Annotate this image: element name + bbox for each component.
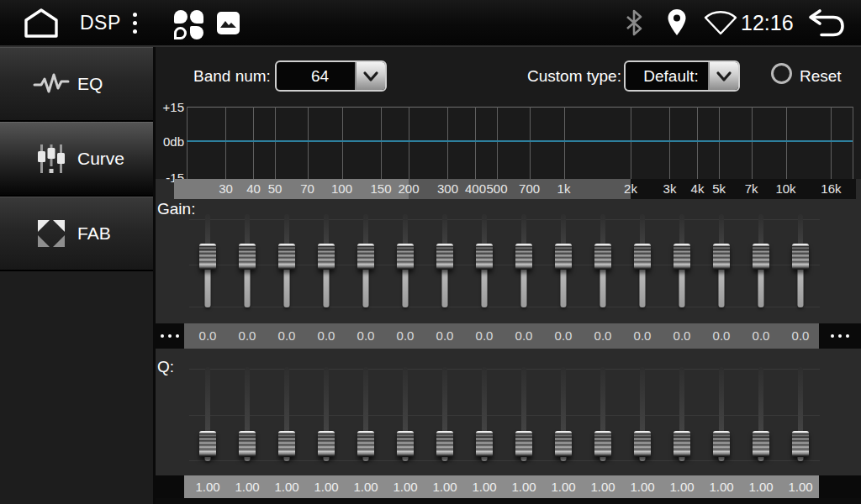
- apps-clover-button[interactable]: [174, 0, 208, 47]
- gain-slider-knob[interactable]: [239, 244, 256, 270]
- freq-tick-label: 70: [300, 179, 314, 199]
- gridline: [381, 107, 382, 179]
- freq-tick-label: 100: [331, 179, 352, 199]
- q-slider-knob[interactable]: [318, 431, 335, 457]
- sliders-icon: [32, 143, 71, 175]
- q-slider-knob[interactable]: [555, 431, 572, 457]
- sidebar-item-fab[interactable]: FAB: [0, 197, 153, 271]
- q-strip-left-cap: [156, 475, 184, 498]
- waveform-icon: [32, 71, 71, 97]
- gain-slider-knob[interactable]: [357, 244, 374, 270]
- status-bar: DSP: [0, 0, 861, 47]
- gain-slider-knob[interactable]: [753, 244, 769, 270]
- band-num-dropdown-button[interactable]: [355, 62, 385, 90]
- gain-slider-knob[interactable]: [555, 244, 572, 270]
- y-axis-label-plus15: +15: [156, 100, 184, 114]
- q-slider-knob[interactable]: [515, 431, 532, 457]
- band-num-label: Band num:: [193, 67, 271, 86]
- gain-scroll-left-button[interactable]: [156, 323, 184, 349]
- reset-radio[interactable]: [771, 63, 792, 84]
- sidebar-item-eq[interactable]: EQ: [0, 47, 153, 122]
- q-slider-knob[interactable]: [239, 431, 256, 457]
- gain-slider-knob[interactable]: [713, 244, 730, 270]
- gridline: [409, 107, 409, 179]
- gain-value: 0.0: [634, 323, 652, 349]
- sidebar: EQ Curve: [0, 47, 156, 504]
- gridline: [275, 107, 276, 179]
- gain-slider-knob[interactable]: [634, 244, 651, 270]
- custom-type-dropdown-button[interactable]: [708, 62, 738, 90]
- q-value: 1.00: [709, 475, 733, 498]
- q-slider-knob[interactable]: [673, 431, 690, 457]
- freq-tick-label: 10k: [775, 179, 795, 199]
- gridline: [719, 107, 720, 179]
- freq-tick-label: 4k: [691, 179, 705, 199]
- gain-slider-knob[interactable]: [476, 244, 493, 270]
- frequency-scrollbar[interactable]: 304050701001502003004005007001k2k3k4k5k7…: [156, 179, 861, 199]
- gain-value: 0.0: [239, 323, 256, 349]
- gain-value: 0.0: [515, 323, 533, 349]
- dsp-app-screen: { "topbar": { "title": "DSP", "time": "1…: [0, 0, 861, 504]
- gain-value: 0.0: [753, 323, 770, 349]
- q-value: 1.00: [472, 475, 496, 498]
- gain-slider-knob[interactable]: [792, 244, 809, 270]
- gain-slider-knob[interactable]: [673, 244, 690, 270]
- q-slider-knob[interactable]: [436, 431, 453, 457]
- gain-slider-knob[interactable]: [278, 244, 295, 270]
- gain-value: 0.0: [792, 323, 810, 349]
- q-slider-knob[interactable]: [397, 431, 414, 457]
- q-slider-knob[interactable]: [594, 431, 611, 457]
- gallery-icon: [217, 12, 240, 34]
- q-value: 1.00: [274, 475, 298, 498]
- gain-value: 0.0: [713, 323, 731, 349]
- gridline: [831, 107, 832, 179]
- gridline: [786, 107, 787, 179]
- q-slider-knob[interactable]: [713, 431, 730, 457]
- q-slider-knob[interactable]: [278, 431, 295, 457]
- gain-value: 0.0: [199, 323, 217, 349]
- gain-value: 0.0: [555, 323, 573, 349]
- gridline: [308, 107, 309, 179]
- q-slider-knob[interactable]: [476, 431, 493, 457]
- freq-tick-label: 3k: [663, 179, 677, 199]
- gain-scroll-right-button[interactable]: [819, 323, 861, 349]
- gridline: [447, 107, 448, 179]
- gain-slider-knob[interactable]: [436, 244, 453, 270]
- q-values-strip: 1.001.001.001.001.001.001.001.001.001.00…: [184, 475, 819, 498]
- band-num-dropdown[interactable]: 64: [275, 60, 387, 92]
- home-icon: [22, 7, 61, 39]
- app-title: DSP: [80, 0, 121, 45]
- q-slider-knob[interactable]: [753, 431, 769, 457]
- q-slider-knob[interactable]: [357, 431, 374, 457]
- y-axis-label-0db: 0db: [156, 134, 184, 149]
- q-slider-knob[interactable]: [634, 431, 651, 457]
- gain-slider-knob[interactable]: [318, 244, 335, 270]
- gridline: [342, 107, 343, 179]
- back-button[interactable]: [803, 0, 847, 45]
- home-button[interactable]: [22, 0, 61, 45]
- gridline: [530, 107, 531, 179]
- gain-slider-knob[interactable]: [397, 244, 414, 270]
- chevron-down-icon: [362, 71, 379, 82]
- custom-type-dropdown[interactable]: Default:: [624, 60, 740, 92]
- location-icon: [666, 8, 688, 38]
- gain-value: 0.0: [476, 323, 494, 349]
- gain-value: 0.0: [318, 323, 335, 349]
- overflow-menu-button[interactable]: [133, 0, 137, 45]
- gallery-button[interactable]: [217, 0, 240, 45]
- sidebar-item-curve[interactable]: Curve: [0, 122, 153, 197]
- freq-tick-label: 1k: [557, 179, 571, 199]
- freq-tick-label: 50: [268, 179, 283, 199]
- gridline: [253, 107, 254, 179]
- clock: 12:16: [741, 0, 794, 45]
- q-slider-knob[interactable]: [199, 431, 216, 457]
- gain-values-strip: 0.00.00.00.00.00.00.00.00.00.00.00.00.00…: [184, 323, 819, 349]
- graph-top-border: [187, 107, 853, 108]
- gain-slider-knob[interactable]: [515, 244, 532, 270]
- gain-slider-knob[interactable]: [594, 244, 611, 270]
- gridline: [475, 107, 476, 179]
- q-slider-knob[interactable]: [792, 431, 809, 457]
- gain-slider-knob[interactable]: [199, 244, 216, 270]
- q-strip-right-cap: [819, 475, 861, 498]
- gridline: [564, 107, 565, 179]
